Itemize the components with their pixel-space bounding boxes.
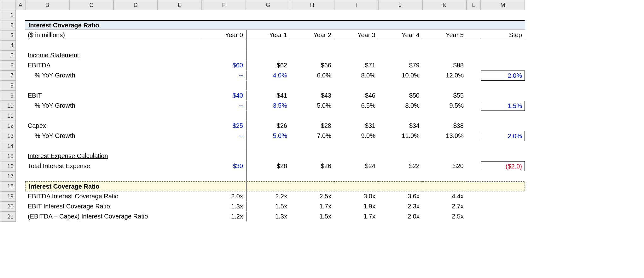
ebit_g-I[interactable]: 6.5% [334, 101, 378, 111]
row-header-12[interactable]: 12 [0, 121, 16, 131]
r_ec-G[interactable]: 1.3x [246, 212, 290, 222]
col-header-G[interactable]: G [246, 0, 290, 10]
capex_g-J[interactable]: 11.0% [378, 131, 422, 141]
capex-K[interactable]: $38 [422, 121, 467, 131]
col-header-K[interactable]: K [422, 0, 467, 10]
ebitda_g-H[interactable]: 6.0% [290, 71, 334, 81]
row-header-6[interactable]: 6 [0, 60, 16, 71]
ebit-I[interactable]: $46 [334, 91, 378, 101]
intexp-K[interactable]: $20 [422, 161, 467, 171]
col-header-A[interactable]: A [16, 0, 25, 10]
ebitda_g-K[interactable]: 12.0% [422, 71, 467, 81]
capex_g-M[interactable]: 2.0% [481, 131, 525, 141]
ebit_g-H[interactable]: 5.0% [290, 101, 334, 111]
ebitda_g-J[interactable]: 10.0% [378, 71, 422, 81]
ebitda_g-F[interactable]: -- [202, 71, 246, 81]
row-header-18[interactable]: 18 [0, 181, 16, 191]
ebit-K[interactable]: $55 [422, 91, 467, 101]
col-header-L[interactable]: L [467, 0, 481, 10]
intexp-G[interactable]: $28 [246, 161, 290, 171]
r_ec-H[interactable]: 1.5x [290, 212, 334, 222]
r_ebitda-K[interactable]: 4.4x [422, 191, 467, 201]
ebitda_g-I[interactable]: 8.0% [334, 71, 378, 81]
capex_g-I[interactable]: 9.0% [334, 131, 378, 141]
ebit_g-M[interactable]: 1.5% [481, 101, 525, 111]
row-header-21[interactable]: 21 [0, 212, 16, 222]
r_ebitda-G[interactable]: 2.2x [246, 191, 290, 201]
intexp-M[interactable]: ($2.0) [481, 161, 525, 171]
ebitda-J[interactable]: $79 [378, 60, 422, 71]
row-header-2[interactable]: 2 [0, 20, 16, 30]
row-header-8[interactable]: 8 [0, 81, 16, 91]
intexp-H[interactable]: $26 [290, 161, 334, 171]
row-header-20[interactable]: 20 [0, 201, 16, 212]
col-header-C[interactable]: C [69, 0, 113, 10]
intexp-F[interactable]: $30 [202, 161, 246, 171]
row-header-11[interactable]: 11 [0, 111, 16, 121]
col-header-H[interactable]: H [290, 0, 334, 10]
capex-H[interactable]: $28 [290, 121, 334, 131]
row-header-16[interactable]: 16 [0, 161, 16, 171]
col-header-B[interactable]: B [25, 0, 69, 10]
intexp-I[interactable]: $24 [334, 161, 378, 171]
capex-J[interactable]: $34 [378, 121, 422, 131]
ebitda-H[interactable]: $66 [290, 60, 334, 71]
ebit_g-F[interactable]: -- [202, 101, 246, 111]
row-header-4[interactable]: 4 [0, 40, 16, 50]
col-header-E[interactable]: E [158, 0, 202, 10]
col-header-F[interactable]: F [202, 0, 246, 10]
col-header-I[interactable]: I [334, 0, 378, 10]
capex-I[interactable]: $31 [334, 121, 378, 131]
ebit_g-G[interactable]: 3.5% [246, 101, 290, 111]
r_ebit-J[interactable]: 2.3x [378, 201, 422, 212]
r_ebitda-F[interactable]: 2.0x [202, 191, 246, 201]
row-header-10[interactable]: 10 [0, 101, 16, 111]
row-header-9[interactable]: 9 [0, 91, 16, 101]
row-header-5[interactable]: 5 [0, 50, 16, 60]
row-header-17[interactable]: 17 [0, 171, 16, 181]
r_ec-K[interactable]: 2.5x [422, 212, 467, 222]
r_ebitda-J[interactable]: 3.6x [378, 191, 422, 201]
ebit-H[interactable]: $43 [290, 91, 334, 101]
row-header-13[interactable]: 13 [0, 131, 16, 141]
row-header-15[interactable]: 15 [0, 151, 16, 161]
row-header-1[interactable]: 1 [0, 10, 16, 20]
ebitda-F[interactable]: $60 [202, 60, 246, 71]
row-header-14[interactable]: 14 [0, 141, 16, 151]
select-all-corner[interactable] [0, 0, 16, 10]
ebitda_g-M[interactable]: 2.0% [481, 71, 525, 81]
col-header-D[interactable]: D [113, 0, 158, 10]
ebit_g-J[interactable]: 8.0% [378, 101, 422, 111]
r_ebit-I[interactable]: 1.9x [334, 201, 378, 212]
row-header-3[interactable]: 3 [0, 30, 16, 40]
ebit-J[interactable]: $50 [378, 91, 422, 101]
capex-G[interactable]: $26 [246, 121, 290, 131]
ebitda-G[interactable]: $62 [246, 60, 290, 71]
ebit-G[interactable]: $41 [246, 91, 290, 101]
r_ebit-F[interactable]: 1.3x [202, 201, 246, 212]
r_ec-J[interactable]: 2.0x [378, 212, 422, 222]
r_ec-I[interactable]: 1.7x [334, 212, 378, 222]
ratio-hdr-I [334, 181, 378, 191]
ebitda_g-G[interactable]: 4.0% [246, 71, 290, 81]
capex_g-H[interactable]: 7.0% [290, 131, 334, 141]
row-header-7[interactable]: 7 [0, 71, 16, 81]
r_ebit-K[interactable]: 2.7x [422, 201, 467, 212]
ebit_g-K[interactable]: 9.5% [422, 101, 467, 111]
capex_g-F[interactable]: -- [202, 131, 246, 141]
r_ebitda-H[interactable]: 2.5x [290, 191, 334, 201]
r_ebit-G[interactable]: 1.5x [246, 201, 290, 212]
capex-F[interactable]: $25 [202, 121, 246, 131]
r_ec-F[interactable]: 1.2x [202, 212, 246, 222]
ebit-F[interactable]: $40 [202, 91, 246, 101]
intexp-J[interactable]: $22 [378, 161, 422, 171]
col-header-M[interactable]: M [481, 0, 525, 10]
ebitda-K[interactable]: $88 [422, 60, 467, 71]
col-header-J[interactable]: J [378, 0, 422, 10]
ebitda-I[interactable]: $71 [334, 60, 378, 71]
capex_g-G[interactable]: 5.0% [246, 131, 290, 141]
r_ebit-H[interactable]: 1.7x [290, 201, 334, 212]
row-header-19[interactable]: 19 [0, 191, 16, 201]
capex_g-K[interactable]: 13.0% [422, 131, 467, 141]
r_ebitda-I[interactable]: 3.0x [334, 191, 378, 201]
